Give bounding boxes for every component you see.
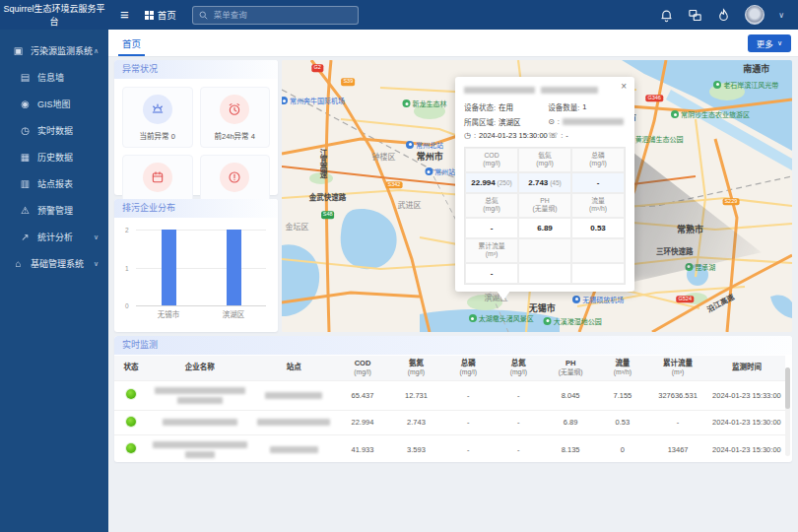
sidebar-item-gis-map[interactable]: ◉GIS地图 (0, 91, 108, 117)
abnormal-card-1[interactable]: 前24h异常 4 (200, 87, 271, 148)
sidebar-item-history-data[interactable]: ▦历史数据 (0, 144, 108, 170)
map-label-text: 太湖鼋头渚风景区 (479, 313, 534, 323)
tab-home[interactable]: 首页 (122, 30, 141, 56)
alarm-clock-icon (220, 95, 249, 124)
road-badge: G2 (312, 65, 323, 73)
road-badge: G346 (645, 95, 662, 102)
poi-green-poi-icon (713, 81, 721, 89)
scrollbar-thumb[interactable] (785, 367, 790, 409)
metric-value-cell: - (571, 172, 625, 193)
sidebar-item-alert-management[interactable]: ⚠预警管理 (0, 197, 108, 224)
map-label-road-vert: 江宜高速 (317, 149, 328, 178)
table-row[interactable]: 41.9333.593--8.1350134672024-01-23 15:30… (114, 434, 785, 462)
sidebar-item-label: 统计分析 (37, 231, 73, 243)
search-input[interactable] (212, 9, 352, 21)
value-cell: 22.994 (336, 410, 389, 434)
user-avatar[interactable] (745, 5, 765, 25)
enterprise-name-cell (148, 410, 252, 434)
column-unit: (无量纲) (546, 368, 595, 377)
column-header-总磷: 总磷(mg/l) (443, 356, 494, 380)
column-header-氨氮: 氨氮(mg/l) (389, 356, 442, 380)
map-label-roadname: 金武快速路 (309, 191, 347, 202)
map-label-text: 常州北站 (416, 140, 443, 150)
column-label: 站点 (254, 363, 334, 372)
notification-bell-icon[interactable] (659, 8, 674, 23)
more-button[interactable]: 更多 ∨ (748, 34, 791, 52)
metric-unit: (mg/l) (467, 205, 516, 213)
sidebar-item-realtime-data[interactable]: ◷实时数据 (0, 117, 108, 144)
sidebar-item-base-management-system[interactable]: ⌂基础管理系统∨ (0, 250, 108, 277)
sidebar-item-label: 信息墙 (37, 71, 64, 84)
table-scrollbar[interactable] (785, 367, 790, 456)
time-cell: 2024-01-23 15:33:00 (708, 380, 785, 410)
column-header-流量: 流量(m³/h) (597, 356, 647, 380)
map-label-poi-green: 老石岸滨江风光带 (713, 80, 778, 90)
sidebar-item-label: 历史数据 (37, 151, 73, 164)
status-cell (114, 380, 148, 410)
info-wall-icon: ▤ (19, 72, 32, 83)
map-label-text: 钟楼区 (372, 150, 396, 161)
bar-无锡市 (162, 230, 176, 305)
status-online-dot (126, 417, 136, 427)
gridline (136, 230, 266, 231)
map-label-district: 钟楼区 (372, 150, 396, 161)
column-label: PH (546, 359, 595, 368)
base-system-icon: ⌂ (12, 258, 25, 269)
table-row[interactable]: 65.43712.731--8.0457.155327636.5312024-0… (114, 380, 785, 410)
map-label-text: 黄泗浦生态公园 (635, 134, 684, 144)
metric-unit: (mg/l) (573, 160, 623, 167)
popup-field-value: 滨湖区 (499, 116, 521, 127)
map-label-text: 金坛区 (286, 221, 309, 232)
road-badge: G524 (676, 296, 693, 303)
table-row[interactable]: 22.9942.743--6.890.53-2024-01-23 15:30:0… (114, 410, 785, 434)
abnormal-status-title: 异常状况 (114, 60, 278, 79)
sidebar-item-label: 基础管理系统 (31, 257, 84, 270)
popup-field-label: : (558, 117, 560, 126)
distribution-title: 排污企业分布 (114, 199, 278, 218)
value-cell: - (443, 380, 494, 410)
metric-name: 总氮 (467, 197, 516, 205)
sidebar-item-statistics-analysis[interactable]: ↗统计分析∨ (0, 224, 108, 250)
map-label-text: 常州市 (417, 149, 443, 162)
metric-unit: (m³/h) (573, 205, 623, 213)
popup-field-value: 2024-01-23 15:30:00 (479, 131, 548, 140)
menu-search[interactable] (192, 6, 359, 25)
map[interactable]: 常州奔牛国际机场新龙生态林常州北站钟楼区常州市常州站江宜高速金坛区金武快速路武进… (282, 60, 792, 332)
map-label-district: 金坛区 (286, 221, 309, 232)
chevron-down-icon[interactable]: ∨ (778, 11, 784, 20)
redacted-text (464, 87, 535, 94)
flame-icon[interactable] (716, 8, 731, 23)
metric-unit: (mg/l) (520, 160, 569, 167)
column-header-站点: 站点 (252, 356, 336, 380)
metric-name: 流量 (573, 197, 623, 205)
sidebar-item-station-report[interactable]: ▥站点报表 (0, 170, 108, 197)
status-cell (114, 434, 148, 462)
column-header-PH: PH(无量纲) (544, 356, 597, 380)
poi-blue-poi-icon (425, 167, 432, 175)
column-header-监测时间: 监测时间 (708, 356, 785, 380)
value-cell: 13467 (647, 434, 707, 462)
road-badge: S48 (321, 212, 335, 220)
hamburger-menu-icon[interactable]: ≡ (120, 0, 129, 30)
statistics-icon: ↗ (19, 232, 32, 242)
metric-limit: (250) (496, 179, 512, 186)
close-icon[interactable]: × (621, 82, 627, 92)
value-cell: - (647, 410, 707, 434)
map-label-text: 大溪港湿地公园 (554, 316, 602, 326)
realtime-data-icon: ◷ (19, 125, 32, 136)
popup-field: ⊙: (548, 116, 626, 127)
value-cell: 41.933 (336, 434, 389, 462)
time-cell: 2024-01-23 15:30:00 (708, 434, 785, 462)
sidebar-item-info-wall[interactable]: ▤信息墙 (0, 64, 108, 91)
gridline (136, 268, 266, 269)
nav-home[interactable]: 首页 (145, 8, 176, 22)
realtime-table: 状态企业名称站点COD(mg/l)氨氮(mg/l)总磷(mg/l)总氮(mg/l… (114, 356, 785, 462)
poi-green-poi-icon (403, 100, 411, 107)
map-label-poi-green: 大溪港湿地公园 (544, 316, 602, 326)
phone-icon: ☏ (548, 131, 558, 140)
column-label: 氨氮 (391, 359, 440, 368)
screens-icon[interactable] (688, 8, 702, 23)
sidebar-item-pollution-monitor-system[interactable]: ▣污染源监测系统∧ (0, 37, 108, 64)
metric-value-cell (571, 263, 625, 284)
abnormal-card-0[interactable]: 当前异常 0 (122, 87, 193, 148)
